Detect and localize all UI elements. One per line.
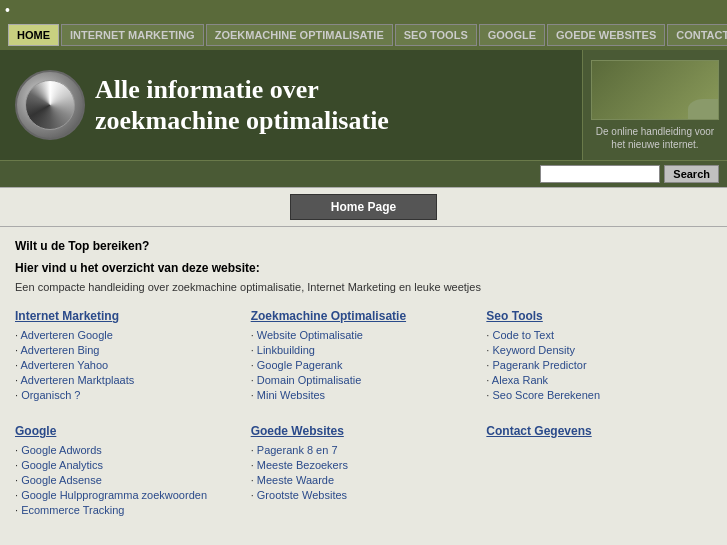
col-title-goede-websites[interactable]: Goede Websites (251, 424, 477, 438)
col-title-zoekmachine[interactable]: Zoekmachine Optimalisatie (251, 309, 477, 323)
list-item: Google Pagerank (251, 359, 477, 371)
main-nav: HOME INTERNET MARKETING ZOEKMACHINE OPTI… (0, 20, 727, 50)
main-content: Wilt u de Top bereiken? Hier vind u het … (0, 227, 727, 545)
hero-title-line2: zoekmachine optimalisatie (95, 105, 389, 136)
link-adverteren-bing[interactable]: Adverteren Bing (21, 344, 100, 356)
nav-contact[interactable]: CONTACT ADRES (667, 24, 727, 46)
hero-banner: Alle informatie over zoekmachine optimal… (0, 50, 727, 160)
columns-row1: Internet Marketing Adverteren Google Adv… (15, 309, 712, 404)
list-item: Google Adwords (15, 444, 241, 456)
list-item: Meeste Waarde (251, 474, 477, 486)
col-title-seo-tools[interactable]: Seo Tools (486, 309, 712, 323)
list-item: Meeste Bezoekers (251, 459, 477, 471)
col-links-google: Google Adwords Google Analytics Google A… (15, 444, 241, 516)
link-adsense[interactable]: Google Adsense (21, 474, 102, 486)
col-goede-websites: Goede Websites Pagerank 8 en 7 Meeste Be… (251, 424, 477, 519)
nav-goede-websites[interactable]: GOEDE WEBSITES (547, 24, 665, 46)
columns-row2: Google Google Adwords Google Analytics G… (15, 424, 712, 519)
nav-internet-marketing[interactable]: INTERNET MARKETING (61, 24, 204, 46)
col-seo-tools: Seo Tools Code to Text Keyword Density P… (486, 309, 712, 404)
list-item: Organisch ? (15, 389, 241, 401)
list-item: Google Adsense (15, 474, 241, 486)
link-adverteren-yahoo[interactable]: Adverteren Yahoo (21, 359, 109, 371)
list-item: Adverteren Bing (15, 344, 241, 356)
list-item: Pagerank 8 en 7 (251, 444, 477, 456)
link-adverteren-marktplaats[interactable]: Adverteren Marktplaats (21, 374, 135, 386)
col-title-contact-gegevens[interactable]: Contact Gegevens (486, 424, 712, 438)
link-adwords[interactable]: Google Adwords (21, 444, 102, 456)
list-item: Grootste Websites (251, 489, 477, 501)
link-mini-websites[interactable]: Mini Websites (257, 389, 325, 401)
hero-logo (15, 70, 85, 140)
list-item: Adverteren Yahoo (15, 359, 241, 371)
col-title-internet-marketing[interactable]: Internet Marketing (15, 309, 241, 323)
intro-desc: Een compacte handleiding over zoekmachin… (15, 281, 712, 293)
intro-line2: Hier vind u het overzicht van deze websi… (15, 261, 712, 275)
col-links-internet-marketing: Adverteren Google Adverteren Bing Advert… (15, 329, 241, 401)
col-contact-gegevens: Contact Gegevens (486, 424, 712, 519)
col-links-goede-websites: Pagerank 8 en 7 Meeste Bezoekers Meeste … (251, 444, 477, 501)
list-item: Code to Text (486, 329, 712, 341)
search-button[interactable]: Search (664, 165, 719, 183)
list-item: Adverteren Marktplaats (15, 374, 241, 386)
list-item: Seo Score Berekenen (486, 389, 712, 401)
hero-left: Alle informatie over zoekmachine optimal… (0, 50, 582, 160)
link-seo-score[interactable]: Seo Score Berekenen (492, 389, 600, 401)
link-meeste-waarde[interactable]: Meeste Waarde (257, 474, 334, 486)
link-alexa-rank[interactable]: Alexa Rank (492, 374, 548, 386)
hero-title-line1: Alle informatie over (95, 74, 389, 105)
col-internet-marketing: Internet Marketing Adverteren Google Adv… (15, 309, 241, 404)
search-bar: Search (0, 160, 727, 187)
hero-right-text: De online handleiding voor het nieuwe in… (591, 125, 719, 151)
link-keyword-density[interactable]: Keyword Density (492, 344, 575, 356)
homepage-button[interactable]: Home Page (290, 194, 437, 220)
link-hulp[interactable]: Google Hulpprogramma zoekwoorden (21, 489, 207, 501)
list-item: Mini Websites (251, 389, 477, 401)
link-pagerank-predictor[interactable]: Pagerank Predictor (492, 359, 586, 371)
nav-zoekmachine[interactable]: ZOEKMACHINE OPTIMALISATIE (206, 24, 393, 46)
link-ecommerce[interactable]: Ecommerce Tracking (21, 504, 124, 516)
link-code-to-text[interactable]: Code to Text (492, 329, 554, 341)
homepage-btn-wrap: Home Page (0, 187, 727, 227)
hero-title: Alle informatie over zoekmachine optimal… (95, 74, 389, 136)
list-item: Google Analytics (15, 459, 241, 471)
link-website-opt[interactable]: Website Optimalisatie (257, 329, 363, 341)
list-item: Ecommerce Tracking (15, 504, 241, 516)
list-item: Keyword Density (486, 344, 712, 356)
col-google: Google Google Adwords Google Analytics G… (15, 424, 241, 519)
col-links-zoekmachine: Website Optimalisatie Linkbuilding Googl… (251, 329, 477, 401)
link-adverteren-google[interactable]: Adverteren Google (21, 329, 113, 341)
search-input[interactable] (540, 165, 660, 183)
list-item: Linkbuilding (251, 344, 477, 356)
top-bullet: • (0, 0, 727, 20)
list-item: Adverteren Google (15, 329, 241, 341)
list-item: Alexa Rank (486, 374, 712, 386)
nav-google[interactable]: GOOGLE (479, 24, 545, 46)
list-item: Website Optimalisatie (251, 329, 477, 341)
link-grootste-websites[interactable]: Grootste Websites (257, 489, 347, 501)
link-pagerank87[interactable]: Pagerank 8 en 7 (257, 444, 338, 456)
col-links-seo-tools: Code to Text Keyword Density Pagerank Pr… (486, 329, 712, 401)
col-zoekmachine: Zoekmachine Optimalisatie Website Optima… (251, 309, 477, 404)
hero-right-image (591, 60, 719, 120)
link-linkbuilding[interactable]: Linkbuilding (257, 344, 315, 356)
hero-right: De online handleiding voor het nieuwe in… (582, 50, 727, 160)
link-pagerank[interactable]: Google Pagerank (257, 359, 343, 371)
link-analytics[interactable]: Google Analytics (21, 459, 103, 471)
list-item: Google Hulpprogramma zoekwoorden (15, 489, 241, 501)
col-title-google[interactable]: Google (15, 424, 241, 438)
nav-home[interactable]: HOME (8, 24, 59, 46)
link-organisch[interactable]: Organisch ? (21, 389, 80, 401)
list-item: Pagerank Predictor (486, 359, 712, 371)
intro-line1: Wilt u de Top bereiken? (15, 239, 712, 253)
link-domain-opt[interactable]: Domain Optimalisatie (257, 374, 362, 386)
nav-seo-tools[interactable]: SEO TOOLS (395, 24, 477, 46)
list-item: Domain Optimalisatie (251, 374, 477, 386)
link-meeste-bezoekers[interactable]: Meeste Bezoekers (257, 459, 348, 471)
